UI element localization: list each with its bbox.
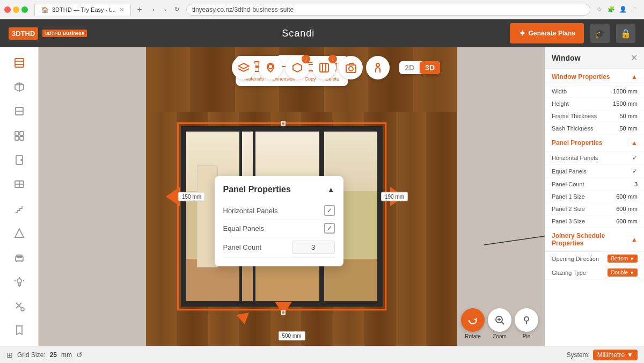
panel-count-input[interactable] [292, 241, 335, 254]
sash-thickness-label: Sash Thickness [552, 125, 593, 132]
panel-header: Window ✕ [545, 47, 644, 69]
panel-properties-card: Panel Properties ▲ Horizontal Panels ✓ E… [215, 176, 343, 266]
tool-layers[interactable] [8, 52, 31, 74]
forward-button[interactable]: › [160, 5, 170, 14]
view-layers-button[interactable] [232, 56, 255, 79]
panel-count-label: Panel Count [223, 243, 262, 251]
status-right: System: Millimetre ▼ [566, 350, 638, 360]
extensions-icon[interactable]: 🧩 [606, 5, 616, 14]
svg-point-21 [17, 279, 21, 283]
opening-direction-row: Opening Direction Bottom ▼ [545, 252, 644, 266]
svg-marker-16 [15, 229, 24, 237]
frame-thickness-row: Frame Thickness 50 mm [545, 110, 644, 122]
tool-window[interactable] [8, 173, 31, 195]
reload-button[interactable]: ↻ [172, 5, 182, 14]
equal-panels-check: ✓ [632, 168, 638, 175]
glazing-type-dropdown[interactable]: Double ▼ [608, 268, 638, 277]
learn-icon: 🎓 [595, 28, 605, 39]
tool-bookmark[interactable] [8, 320, 31, 342]
zoom-icon [488, 308, 511, 332]
profile-icon[interactable]: 👤 [618, 5, 628, 14]
svg-marker-35 [238, 63, 249, 69]
panel2-label: Panel 2 Size [552, 206, 585, 212]
panel-title: Window [552, 54, 581, 62]
rotate-label: Rotate [465, 333, 480, 339]
equal-panels-checkbox[interactable]: ✓ [324, 223, 335, 234]
resize-arrow-down2[interactable] [236, 313, 251, 325]
view-furniture-button[interactable]: ! [286, 56, 309, 79]
panel1-value: 600 mm [616, 193, 638, 200]
tool-light[interactable] [8, 271, 31, 293]
panel3-label: Panel 3 Size [552, 218, 585, 224]
window-properties-chevron: ▲ [631, 73, 638, 81]
rotate-icon [461, 308, 485, 332]
bookmark-icon[interactable]: ☆ [595, 5, 604, 14]
grid-size-label: Grid Size: [17, 351, 46, 359]
joinery-title: Joinery Schedule Properties [552, 232, 631, 247]
3d-view-button[interactable]: 3D [420, 61, 440, 74]
right-properties-panel: Window ✕ Window Properties ▲ Width 1800 … [545, 47, 644, 346]
back-button[interactable]: ‹ [149, 5, 158, 14]
svg-rect-0 [15, 59, 24, 67]
furniture-badge: ! [302, 55, 310, 63]
width-value: 1800 mm [613, 88, 638, 95]
window-properties-title: Window Properties [552, 73, 610, 81]
panel3-size-row: Panel 3 Size 600 mm [545, 215, 644, 228]
floating-card-chevron[interactable]: ▲ [327, 185, 335, 194]
sash-thickness-row: Sash Thickness 50 mm [545, 122, 644, 135]
2d-view-button[interactable]: 2D [399, 61, 420, 74]
selection-point-top[interactable] [281, 121, 286, 126]
generate-plans-button[interactable]: ✦ Generate Plans [510, 23, 584, 43]
window-properties-section-header[interactable]: Window Properties ▲ [545, 69, 644, 85]
panel-close-button[interactable]: ✕ [631, 53, 638, 63]
browser-actions: ☆ 🧩 👤 ⋮ [595, 5, 640, 14]
view-export-button[interactable]: ! [312, 56, 336, 79]
panel-properties-section-header[interactable]: Panel Properties ▲ [545, 135, 644, 151]
account-button[interactable]: 🔒 [616, 24, 635, 43]
view-camera-button[interactable] [339, 56, 363, 79]
tool-door[interactable] [8, 149, 31, 171]
add-tab-button[interactable]: + [135, 5, 144, 14]
system-dropdown[interactable]: Millimetre ▼ [593, 350, 638, 360]
tool-shapes[interactable] [8, 222, 31, 244]
pin-button[interactable]: Pin [515, 308, 538, 339]
svg-point-36 [268, 64, 273, 69]
tool-stairs[interactable] [8, 198, 31, 220]
glazing-type-row: Glazing Type Double ▼ [545, 266, 644, 280]
svg-rect-10 [20, 136, 24, 140]
system-dropdown-arrow: ▼ [627, 351, 633, 359]
view-person-button[interactable] [366, 56, 390, 79]
height-row: Height 1500 mm [545, 98, 644, 110]
view-location-button[interactable] [259, 56, 282, 79]
svg-rect-7 [15, 132, 19, 135]
rotate-button[interactable]: Rotate [461, 308, 485, 339]
account-icon: 🔒 [620, 28, 631, 39]
browser-bar: 🏠 3DTHD — Try Easy - t... ✕ + ‹ › ↻ tiny… [0, 0, 644, 19]
horizontal-panels-label: Horizontal Panels [223, 207, 278, 215]
tool-3d-view[interactable] [8, 76, 31, 98]
opening-direction-dropdown[interactable]: Bottom ▼ [608, 255, 638, 263]
main-area: 916 mm 150 mm 190 mm 500 mm Materials Di… [0, 47, 644, 346]
svg-rect-37 [320, 63, 328, 72]
svg-rect-8 [20, 132, 24, 135]
tab-close[interactable]: ✕ [119, 6, 124, 13]
zoom-label: Zoom [493, 333, 507, 339]
selection-point-bottom[interactable] [281, 310, 286, 315]
floating-card-header: Panel Properties ▲ [223, 185, 335, 194]
learn-button[interactable]: 🎓 [590, 24, 610, 43]
zoom-button[interactable]: Zoom [488, 308, 511, 339]
tool-furniture[interactable] [8, 246, 31, 268]
logo-area: 3DTHD 3DTHD Business [9, 27, 87, 40]
browser-tab[interactable]: 🏠 3DTHD — Try Easy - t... ✕ [34, 4, 131, 16]
equal-panels-prop-label: Equal Panels [552, 168, 587, 175]
horizontal-panels-checkbox[interactable]: ✓ [324, 205, 335, 216]
reset-grid-button[interactable]: ↺ [76, 351, 83, 359]
tool-paint[interactable] [8, 295, 31, 317]
tool-grid[interactable] [8, 125, 31, 147]
horizontal-panels-prop-label: Horizontal Panels [552, 155, 598, 161]
menu-icon[interactable]: ⋮ [630, 5, 640, 14]
tool-walls[interactable] [8, 100, 31, 122]
address-bar[interactable]: tinyeasy.co.nz/3dthd-business-suite [186, 4, 590, 16]
joinery-section-header[interactable]: Joinery Schedule Properties ▲ [545, 228, 644, 252]
width-row: Width 1800 mm [545, 85, 644, 98]
